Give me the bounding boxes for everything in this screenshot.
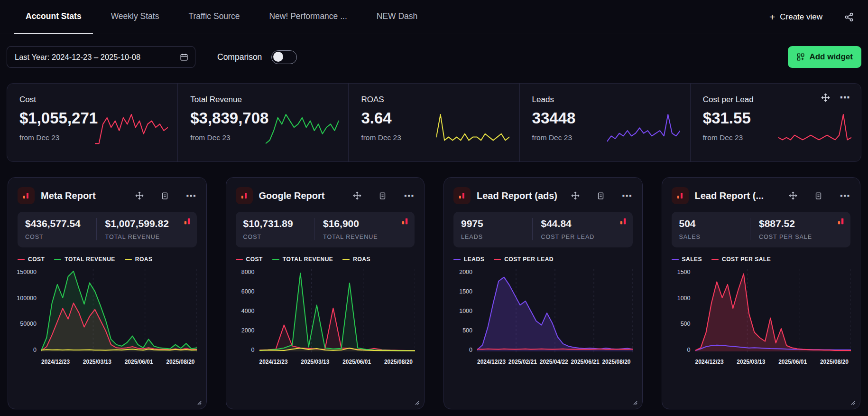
x-axis-label: 2025/06/21 bbox=[571, 359, 600, 365]
x-axis-label: 2024/12/23 bbox=[477, 359, 506, 365]
stat-cell: $1,007,599.82 TOTAL REVENUE bbox=[96, 218, 173, 240]
tab-label: Traffic Source bbox=[188, 11, 240, 21]
notes-icon[interactable] bbox=[379, 192, 387, 200]
move-icon[interactable] bbox=[789, 191, 797, 200]
y-axis-tick: 4000 bbox=[241, 308, 255, 314]
kpi-card-total-revenue: Total Revenue $3,839,708 from Dec 23 bbox=[177, 84, 348, 161]
stat-cell: 504 SALES bbox=[679, 218, 750, 240]
stat-cell: 9975 LEADS bbox=[461, 218, 532, 240]
kpi-label: ROAS bbox=[361, 95, 507, 104]
widget-header: Google Report ⋯ bbox=[236, 187, 415, 204]
resize-handle[interactable] bbox=[631, 399, 637, 405]
topbar-actions: + Create view bbox=[769, 0, 854, 34]
tab-new-performance[interactable]: New! Performance ... bbox=[258, 0, 358, 34]
stat-value: $887.52 bbox=[759, 218, 827, 229]
legend-item[interactable]: COST bbox=[236, 256, 263, 263]
tab-traffic-source[interactable]: Traffic Source bbox=[177, 0, 251, 34]
ellipsis-menu-icon[interactable]: ⋯ bbox=[840, 193, 850, 199]
y-axis: 150010005000 bbox=[672, 269, 695, 353]
widget-tools: ⋯ bbox=[571, 191, 633, 200]
y-axis-tick: 500 bbox=[462, 328, 472, 334]
create-view-button[interactable]: + Create view bbox=[769, 12, 822, 22]
y-axis-tick: 1500 bbox=[677, 269, 691, 275]
date-range-picker[interactable]: Last Year: 2024-12-23 – 2025-10-08 bbox=[7, 46, 195, 68]
stat-cell: $436,577.54 COST bbox=[25, 218, 96, 240]
x-axis-label: 2025/08/20 bbox=[384, 359, 413, 365]
x-axis-label: 2024/12/23 bbox=[695, 359, 724, 365]
chart-area: 80006000400020000 bbox=[236, 269, 415, 353]
move-icon[interactable] bbox=[571, 191, 580, 200]
y-axis-tick: 2000 bbox=[459, 269, 472, 275]
dashboard-page: Account Stats Weekly Stats Traffic Sourc… bbox=[0, 0, 868, 416]
x-axis-label: 2025/03/13 bbox=[301, 359, 329, 365]
mini-chart-icon bbox=[619, 217, 627, 225]
kpi-sparkline bbox=[436, 112, 509, 148]
line-chart bbox=[477, 269, 633, 353]
add-widget-icon bbox=[796, 53, 805, 61]
stat-label: LEADS bbox=[461, 234, 532, 240]
share-icon[interactable] bbox=[844, 12, 854, 22]
legend-item[interactable]: TOTAL REVENUE bbox=[54, 256, 115, 263]
stat-cell: $44.84 COST PER LEAD bbox=[532, 218, 609, 240]
y-axis: 150000100000500000 bbox=[18, 269, 41, 353]
comparison-toggle[interactable] bbox=[271, 50, 297, 64]
notes-icon[interactable] bbox=[814, 192, 822, 200]
notes-icon[interactable] bbox=[597, 192, 605, 200]
stat-cell: $887.52 COST PER SALE bbox=[750, 218, 827, 240]
mini-chart-icon bbox=[837, 217, 845, 225]
legend-item[interactable]: TOTAL REVENUE bbox=[272, 256, 333, 263]
stat-cell: $10,731.89 COST bbox=[243, 218, 314, 240]
notes-icon[interactable] bbox=[161, 192, 169, 200]
y-axis-tick: 0 bbox=[469, 347, 472, 353]
x-axis: 2024/12/232025/02/212025/04/222025/06/21… bbox=[477, 359, 631, 365]
widgets-row: Meta Report ⋯ $436,577.54 COST $1,007,59… bbox=[8, 177, 860, 409]
legend-item[interactable]: SALES bbox=[672, 256, 702, 263]
legend-item[interactable]: COST PER SALE bbox=[711, 256, 771, 263]
tab-weekly-stats[interactable]: Weekly Stats bbox=[100, 0, 171, 34]
legend-item[interactable]: COST PER LEAD bbox=[494, 256, 554, 263]
x-axis: 2024/12/232025/03/132025/06/012025/08/20 bbox=[259, 359, 413, 365]
widget-title: Google Report bbox=[259, 190, 347, 201]
plus-icon: + bbox=[769, 12, 775, 22]
y-axis-tick: 1000 bbox=[677, 295, 691, 302]
legend-item[interactable]: LEADS bbox=[453, 256, 484, 263]
chart-area: 150000100000500000 bbox=[18, 269, 197, 353]
move-icon[interactable] bbox=[353, 191, 361, 200]
toggle-knob bbox=[273, 52, 283, 62]
kpi-sparkline bbox=[266, 112, 339, 148]
ellipsis-menu-icon[interactable]: ⋯ bbox=[186, 193, 197, 199]
resize-handle[interactable] bbox=[413, 399, 419, 405]
move-icon[interactable] bbox=[821, 93, 830, 102]
resize-handle[interactable] bbox=[849, 399, 855, 405]
legend-swatch bbox=[125, 259, 132, 260]
tab-account-stats[interactable]: Account Stats bbox=[14, 0, 93, 34]
legend-item[interactable]: COST bbox=[18, 256, 45, 263]
widget-stats: $10,731.89 COST $16,900 TOTAL REVENUE bbox=[236, 212, 415, 247]
legend-item[interactable]: ROAS bbox=[125, 256, 153, 263]
widget-title: Meta Report bbox=[41, 190, 129, 201]
x-axis-label: 2024/12/23 bbox=[41, 359, 70, 365]
move-icon[interactable] bbox=[135, 191, 144, 200]
y-axis-tick: 500 bbox=[681, 321, 691, 327]
line-chart bbox=[41, 269, 197, 353]
legend-item[interactable]: ROAS bbox=[342, 256, 370, 263]
stat-value: $44.84 bbox=[541, 218, 609, 229]
resize-handle[interactable] bbox=[195, 399, 202, 405]
chart-legend: COSTTOTAL REVENUEROAS bbox=[18, 256, 197, 263]
add-widget-button[interactable]: Add widget bbox=[788, 46, 861, 68]
kpi-sparkline bbox=[607, 112, 680, 148]
widget-google-report: Google Report ⋯ $10,731.89 COST $16,900 … bbox=[226, 177, 425, 409]
stat-label: COST bbox=[243, 234, 314, 240]
y-axis-tick: 1000 bbox=[459, 308, 472, 314]
ellipsis-menu-icon[interactable]: ⋯ bbox=[840, 95, 850, 100]
widget-meta-report: Meta Report ⋯ $436,577.54 COST $1,007,59… bbox=[8, 177, 207, 409]
add-widget-label: Add widget bbox=[809, 52, 853, 62]
tab-new-dash[interactable]: NEW Dash bbox=[365, 0, 429, 34]
legend-swatch bbox=[672, 259, 679, 260]
legend-swatch bbox=[236, 259, 243, 260]
ellipsis-menu-icon[interactable]: ⋯ bbox=[622, 193, 633, 199]
report-logo-icon bbox=[236, 187, 253, 204]
kpi-card-cost: Cost $1,055,271 from Dec 23 bbox=[7, 84, 177, 161]
kpi-label: Cost bbox=[19, 95, 165, 104]
ellipsis-menu-icon[interactable]: ⋯ bbox=[404, 193, 415, 199]
